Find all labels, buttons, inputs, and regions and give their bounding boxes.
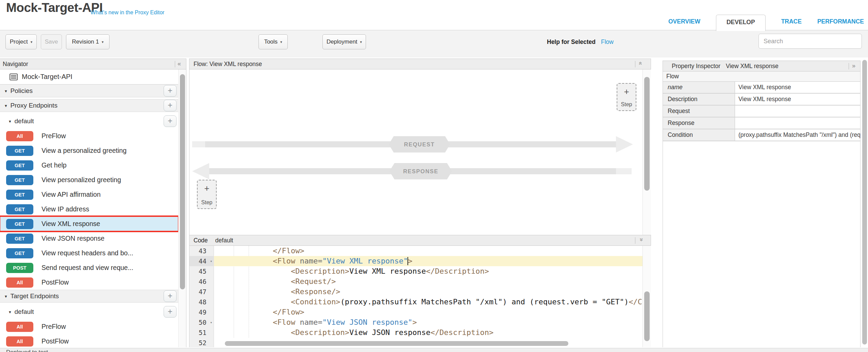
section-target-endpoints[interactable]: ▾Target Endpoints+	[0, 290, 178, 303]
fold-arrow-icon[interactable]: ▾	[210, 256, 212, 267]
flow-item-view-ip-address[interactable]: GETView IP address	[0, 202, 178, 217]
request-bar-segment	[192, 141, 205, 147]
add-button[interactable]: +	[164, 85, 177, 97]
whats-new-link[interactable]: What's new in the Proxy Editor	[90, 10, 164, 16]
code-line-47: 47 <Response/>	[189, 287, 651, 297]
tab-trace[interactable]: TRACE	[781, 15, 802, 25]
section-proxy-endpoints[interactable]: ▾Proxy Endpoints+	[0, 99, 178, 112]
flow-diagram-canvas: + Step REQUEST RESPONSE + Step	[189, 69, 642, 235]
help-flow-link[interactable]: Flow	[601, 38, 614, 46]
method-badge: GET	[6, 160, 33, 171]
property-inspector-subtitle: View XML response	[726, 63, 779, 70]
add-step-button[interactable]: + Step	[197, 180, 217, 209]
flow-item-view-request-headers-and-bo[interactable]: GETView request headers and bo...	[0, 246, 178, 260]
group-default[interactable]: ▾default+	[0, 304, 178, 319]
code-panel-header: Code default «	[189, 235, 651, 246]
tools-menu-button[interactable]: Tools ▾	[258, 34, 288, 49]
flow-panel-title: Flow: View XML response	[194, 61, 262, 68]
flow-item-preflow[interactable]: AllPreFlow	[0, 319, 178, 334]
scrollbar-thumb[interactable]	[862, 60, 867, 345]
add-step-button[interactable]: + Step	[617, 83, 636, 111]
add-button[interactable]: +	[164, 290, 177, 302]
method-badge: GET	[6, 248, 33, 258]
window-scrollbar[interactable]	[861, 59, 868, 347]
flow-scrollbar[interactable]	[642, 69, 651, 235]
caret-down-icon: ▾	[5, 89, 7, 94]
expand-right-icon[interactable]: »	[852, 63, 855, 69]
revision-menu-button[interactable]: Revision 1 ▾	[66, 34, 110, 49]
flow-item-label: View API affirmation	[41, 191, 101, 198]
line-number: 51	[189, 327, 214, 338]
line-number: 43	[189, 246, 214, 256]
flow-item-view-personalized-greeting[interactable]: GETView personalized greeting	[0, 173, 178, 187]
deployment-menu-button[interactable]: Deployment ▾	[322, 34, 366, 49]
navigator-panel: Navigator « Mock-Target-API ▾Policies+▾P…	[0, 59, 186, 347]
chevron-down-icon: ▾	[360, 40, 362, 44]
flow-item-get-help[interactable]: GETGet help	[0, 158, 178, 173]
method-badge: All	[6, 336, 33, 347]
flow-item-view-xml-response[interactable]: GETView XML response	[0, 217, 178, 231]
code-line-content: <Description>View JSON response</Descrip…	[214, 327, 642, 338]
add-button[interactable]: +	[164, 115, 177, 127]
bundle-row[interactable]: Mock-Target-API	[0, 69, 178, 84]
plus-icon: +	[204, 184, 209, 193]
scrollbar-thumb[interactable]	[180, 74, 185, 289]
flow-item-label: PreFlow	[41, 132, 66, 140]
code-line-content: </Flow>	[214, 246, 642, 256]
flow-item-postflow[interactable]: AllPostFlow	[0, 275, 178, 290]
flow-item-view-api-affirmation[interactable]: GETView API affirmation	[0, 187, 178, 202]
add-button[interactable]: +	[164, 306, 177, 318]
code-editor[interactable]: 43 </Flow>44▾ <Flow name="View XML respo…	[189, 246, 651, 347]
property-value-description[interactable]: View XML response	[735, 94, 860, 105]
tab-overview[interactable]: OVERVIEW	[668, 15, 700, 25]
code-panel: Code default « 43 </Flow>44▾ <Flow name=…	[189, 235, 651, 347]
property-value-condition[interactable]: (proxy.pathsuffix MatchesPath "/xml") an…	[735, 129, 860, 141]
method-badge: GET	[6, 204, 33, 214]
code-line-50: 50▾ <Flow name="View JSON response">	[189, 317, 651, 327]
scrollbar-thumb[interactable]	[644, 77, 650, 191]
save-button[interactable]: Save	[41, 34, 62, 49]
section-policies[interactable]: ▾Policies+	[0, 84, 178, 97]
code-line-content: <Response/>	[214, 287, 642, 297]
method-badge: GET	[6, 234, 33, 244]
collapse-down-icon[interactable]: «	[638, 238, 644, 241]
property-row-name: nameView XML response	[663, 82, 860, 94]
flow-item-send-request-and-view-reque[interactable]: POSTSend request and view reque...	[0, 260, 178, 275]
property-inspector-panel: Property Inspector View XML response » F…	[663, 61, 861, 347]
navigator-header: Navigator «	[0, 59, 186, 69]
caret-down-icon: ▾	[9, 119, 11, 124]
request-arrowhead-icon	[616, 136, 633, 153]
search-input[interactable]	[758, 34, 862, 49]
group-default[interactable]: ▾default+	[0, 114, 178, 129]
add-button[interactable]: +	[164, 100, 177, 111]
flow-item-view-json-response[interactable]: GETView JSON response	[0, 231, 178, 246]
property-section-header: Flow	[663, 71, 860, 82]
flow-item-postflow[interactable]: AllPostFlow	[0, 334, 178, 347]
horizontal-scrollbar-thumb[interactable]	[225, 341, 568, 346]
tab-performance[interactable]: PERFORMANCE	[817, 15, 864, 25]
response-bar-segment	[616, 168, 632, 174]
scrollbar-thumb[interactable]	[644, 291, 650, 341]
flow-item-view-a-personalized-greeting[interactable]: GETView a personalized greeting	[0, 143, 178, 158]
collapse-up-icon[interactable]: «	[638, 62, 644, 65]
tree-label: Proxy Endpoints	[11, 102, 57, 109]
code-scrollbar[interactable]	[642, 246, 651, 347]
flow-item-preflow[interactable]: AllPreFlow	[0, 129, 178, 143]
navigator-scrollbar[interactable]	[178, 69, 186, 347]
tab-develop[interactable]: DEVELOP	[716, 15, 766, 31]
property-label: Condition	[663, 129, 735, 141]
flow-item-label: View IP address	[41, 205, 89, 213]
flow-item-label: Get help	[41, 161, 67, 169]
property-row-description: DescriptionView XML response	[663, 94, 860, 106]
collapse-left-icon[interactable]: «	[178, 61, 181, 67]
line-number: 52	[189, 338, 214, 347]
property-value-response[interactable]	[735, 117, 860, 129]
project-menu-button[interactable]: Project ▾	[5, 34, 37, 49]
fold-arrow-icon[interactable]: ▾	[210, 318, 212, 328]
property-value-name[interactable]: View XML response	[735, 82, 860, 93]
code-line-content: <Flow name="View XML response">	[214, 256, 642, 266]
flow-panel-header: Flow: View XML response «	[189, 59, 651, 69]
code-line-content: <Flow name="View JSON response">	[214, 317, 642, 327]
method-badge: GET	[6, 190, 33, 200]
property-value-request[interactable]	[735, 106, 860, 117]
